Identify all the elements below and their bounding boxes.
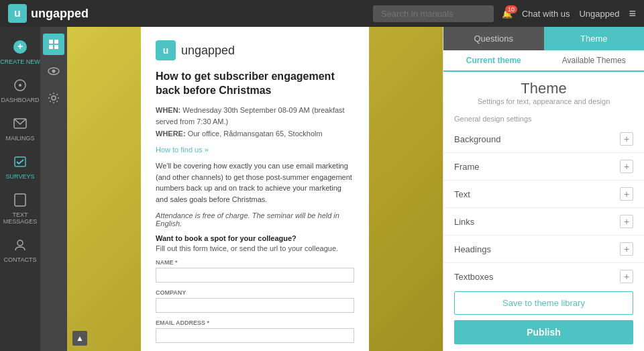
sidebar-item-surveys[interactable]: SURVEYS — [0, 147, 40, 185]
sidebar-label-surveys: SURVEYS — [6, 173, 35, 180]
logo-text: ungapped — [31, 7, 89, 21]
text-messages-icon — [11, 191, 30, 209]
section-links-label: Links — [454, 217, 474, 227]
sidebar-label-contacts: CONTACTS — [4, 256, 37, 263]
when-label: WHEN: — [156, 106, 180, 114]
sidebar-item-contacts[interactable]: CONTACTS — [0, 230, 40, 268]
attendance-text: Attendance is free of charge. The semina… — [156, 211, 354, 228]
expand-links-icon[interactable]: + — [620, 215, 633, 228]
name-label: NAME * — [156, 259, 354, 266]
name-input-preview — [156, 268, 354, 283]
svg-rect-6 — [15, 194, 25, 206]
book-subtext: Fill out this form twice, or send the ur… — [156, 244, 354, 252]
panel-actions: Save to theme library Publish — [443, 285, 644, 351]
logo: u ungapped — [8, 4, 89, 23]
theme-subtitle: Settings for text, appearance and design — [443, 97, 644, 105]
sidebar-label-mailings: MAILINGS — [5, 135, 34, 142]
search-input[interactable] — [373, 5, 494, 22]
svg-text:+: + — [17, 41, 23, 52]
icon-strip — [40, 27, 67, 351]
when-value: Wednesday 30th September 08-09 AM (break… — [156, 106, 345, 126]
notification-badge: 10 — [505, 5, 517, 13]
design-sections: Background + Frame + Text + Links + Head… — [443, 126, 644, 285]
svg-point-7 — [17, 240, 23, 246]
book-question: Want to book a spot for your colleague? — [156, 234, 354, 242]
where-label: WHERE: — [156, 130, 186, 138]
svg-point-14 — [52, 96, 56, 100]
email-input-preview — [156, 328, 354, 343]
surveys-icon — [11, 152, 30, 171]
mailings-icon — [11, 114, 30, 133]
top-nav: u ungapped 🔔 10 Chat with us Ungapped ≡ — [0, 0, 644, 27]
notification-bell[interactable]: 🔔 10 — [502, 9, 513, 19]
left-sidebar: + CREATE NEW DASHBOARD MAILINGS SURVEYS — [0, 27, 40, 351]
svg-point-13 — [52, 70, 56, 73]
chat-link[interactable]: Chat with us — [522, 9, 570, 19]
settings-button[interactable] — [43, 87, 64, 109]
theme-title-block: Theme Settings for text, appearance and … — [443, 72, 644, 111]
svg-rect-10 — [49, 45, 53, 49]
section-frame[interactable]: Frame + — [443, 153, 644, 181]
content-preview: u ungapped How to get subscriber engagem… — [67, 27, 443, 351]
dashboard-icon — [11, 76, 30, 95]
section-text-label: Text — [454, 189, 470, 199]
hamburger-menu[interactable]: ≡ — [629, 7, 636, 21]
tab-questions[interactable]: Questions — [443, 27, 544, 50]
company-input-preview — [156, 298, 354, 313]
svg-point-3 — [19, 84, 21, 87]
section-background[interactable]: Background + — [443, 126, 644, 153]
section-links[interactable]: Links + — [443, 208, 644, 236]
layout-button[interactable] — [43, 34, 64, 55]
main-area: + CREATE NEW DASHBOARD MAILINGS SURVEYS — [0, 27, 644, 351]
theme-subtabs: Current theme Available Themes — [443, 50, 644, 72]
theme-title: Theme — [443, 80, 644, 97]
section-headings[interactable]: Headings + — [443, 236, 644, 263]
publish-button[interactable]: Publish — [454, 320, 633, 344]
section-text[interactable]: Text + — [443, 181, 644, 208]
expand-frame-icon[interactable]: + — [620, 160, 633, 173]
expand-text-icon[interactable]: + — [620, 187, 633, 201]
section-headings-label: Headings — [454, 244, 491, 254]
sidebar-item-create-new[interactable]: + CREATE NEW — [0, 32, 40, 70]
sidebar-label-create-new: CREATE NEW — [0, 58, 40, 65]
email-label: EMAIL ADDRESS * — [156, 319, 354, 326]
expand-headings-icon[interactable]: + — [620, 242, 633, 256]
svg-rect-8 — [49, 40, 53, 44]
user-menu[interactable]: Ungapped — [579, 9, 619, 19]
sidebar-label-text-messages: TEXT MESSAGES — [0, 211, 40, 225]
contacts-icon — [11, 236, 30, 254]
sidebar-label-dashboard: DASHBOARD — [1, 97, 39, 103]
where-value: Our office, Rådmansgatan 65, Stockholm — [188, 130, 323, 138]
section-frame-label: Frame — [454, 162, 480, 172]
email-meta: WHEN: Wednesday 30th September 08-09 AM … — [156, 105, 354, 140]
preview-button[interactable] — [43, 60, 64, 82]
email-preview: u ungapped How to get subscriber engagem… — [141, 27, 369, 351]
expand-textboxes-icon[interactable]: + — [620, 270, 633, 283]
subtab-current-theme[interactable]: Current theme — [443, 50, 544, 72]
right-panel: Questions Theme Current theme Available … — [443, 27, 644, 351]
email-body: We'll be covering how exactly you can us… — [156, 160, 354, 205]
company-label: COMPANY — [156, 289, 354, 296]
email-logo-icon: u — [156, 40, 176, 60]
section-textboxes-label: Textboxes — [454, 272, 494, 282]
map-link[interactable]: How to find us » — [156, 146, 209, 154]
right-panel-tabs: Questions Theme — [443, 27, 644, 50]
svg-rect-11 — [54, 45, 58, 49]
svg-rect-9 — [54, 40, 58, 44]
save-to-library-button[interactable]: Save to theme library — [454, 291, 633, 315]
scroll-down-button[interactable]: ▲ — [72, 331, 87, 346]
section-background-label: Background — [454, 134, 500, 144]
sidebar-item-dashboard[interactable]: DASHBOARD — [0, 70, 40, 109]
email-brand-name: ungapped — [181, 44, 235, 58]
email-header: u ungapped — [156, 40, 354, 60]
expand-background-icon[interactable]: + — [620, 132, 633, 146]
logo-icon: u — [8, 4, 27, 23]
sidebar-item-mailings[interactable]: MAILINGS — [0, 109, 40, 147]
create-new-icon: + — [11, 38, 30, 56]
subtab-available-themes[interactable]: Available Themes — [544, 50, 645, 70]
section-textboxes[interactable]: Textboxes + — [443, 263, 644, 285]
sidebar-item-text-messages[interactable]: TEXT MESSAGES — [0, 185, 40, 230]
email-title: How to get subscriber engagement back be… — [156, 70, 354, 98]
general-design-label: General design settings — [443, 111, 644, 126]
tab-theme[interactable]: Theme — [544, 27, 645, 50]
